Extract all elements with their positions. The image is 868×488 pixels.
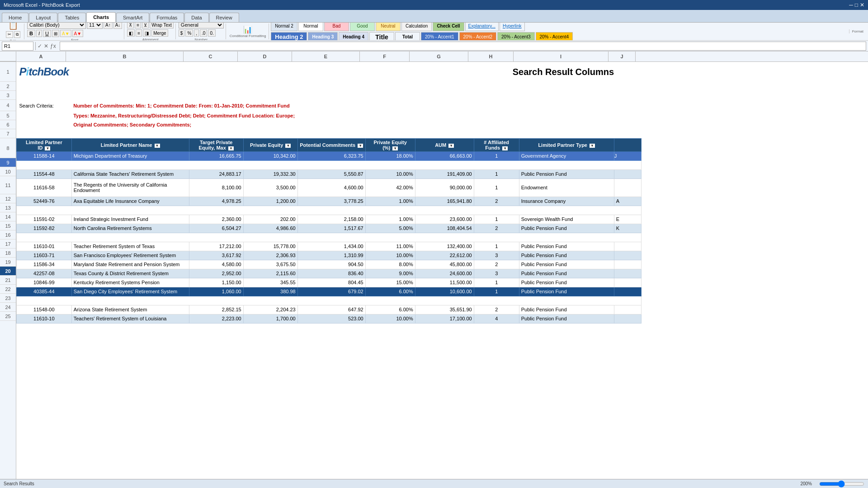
bold-btn[interactable]: B (27, 30, 35, 37)
tab-review[interactable]: Review (209, 13, 239, 22)
td-type-15[interactable]: Public Pension Fund (519, 242, 614, 251)
row-header-19[interactable]: 19 (0, 258, 16, 267)
th-extra[interactable] (614, 138, 641, 151)
td-aff-20[interactable]: 1 (474, 287, 519, 296)
td-name-11[interactable]: The Regents of the University of Califor… (71, 178, 189, 197)
td-pe-24[interactable]: 2,204.23 (243, 305, 297, 314)
th-affiliated[interactable]: # AffiliatedFunds ▼ (474, 138, 519, 151)
td-pepct-24[interactable]: 6.00% (365, 305, 415, 314)
td-pepct-16[interactable]: 10.00% (365, 251, 415, 260)
col-header-i[interactable]: I (514, 52, 609, 61)
col-header-a[interactable]: A (16, 52, 66, 61)
row-header-2[interactable]: 2 (0, 82, 16, 91)
td-extra-24[interactable] (614, 305, 641, 314)
td-potential-19[interactable]: 804.45 (297, 278, 365, 287)
td-id-9[interactable]: 11588-14 (17, 151, 72, 160)
td-pepct-13b[interactable]: 5.00% (365, 224, 415, 233)
td-extra-11[interactable] (614, 178, 641, 197)
td-extra-20[interactable] (614, 287, 641, 296)
td-type-19[interactable]: Public Pension Fund (519, 278, 614, 287)
row-header-20[interactable]: 20 (0, 267, 16, 276)
col-header-f[interactable]: F (360, 52, 410, 61)
td-pe-17[interactable]: 3,675.50 (243, 260, 297, 269)
td-id-18[interactable]: 42257-08 (17, 269, 72, 278)
formula-cancel-icon[interactable]: ✕ (44, 43, 48, 49)
td-name-19[interactable]: Kentucky Retirement Systems Pension (71, 278, 189, 287)
td-target-12[interactable]: 4,978.25 (189, 197, 243, 206)
td-aum-12[interactable]: 165,941.80 (415, 197, 474, 206)
style-good[interactable]: Good (350, 23, 375, 31)
currency-btn[interactable]: $ (179, 29, 185, 37)
align-left-btn[interactable]: ◧ (127, 29, 135, 37)
td-potential-9[interactable]: 6,323.75 (297, 151, 365, 160)
decimal-inc-btn[interactable]: .0 (200, 29, 207, 37)
minimize-btn[interactable]: ─ (849, 2, 853, 8)
style-total[interactable]: Total (395, 32, 420, 41)
td-potential-18[interactable]: 836.40 (297, 269, 365, 278)
td-target-9[interactable]: 16,665.75 (189, 151, 243, 160)
td-pepct-19[interactable]: 15.00% (365, 278, 415, 287)
border-btn[interactable]: ⊞ (52, 30, 59, 37)
td-name-12[interactable]: Axa Equitable Life Insurance Company (71, 197, 189, 206)
th-type[interactable]: Limited Partner Type ▼ (519, 138, 614, 151)
row-header-15[interactable]: 15 (0, 221, 16, 230)
td-aff-16[interactable]: 3 (474, 251, 519, 260)
empty-d1[interactable] (243, 62, 297, 82)
td-aum-16[interactable]: 22,612.00 (415, 251, 474, 260)
col-header-h[interactable]: H (468, 52, 514, 61)
td-type-25[interactable]: Public Pension Fund (519, 314, 614, 323)
td-type-24[interactable]: Public Pension Fund (519, 305, 614, 314)
td-aff-12[interactable]: 2 (474, 197, 519, 206)
tab-data[interactable]: Data (184, 13, 208, 22)
td-pepct-25[interactable]: 10.00% (365, 314, 415, 323)
td-pepct-20[interactable]: 6.00% (365, 287, 415, 296)
align-right-btn[interactable]: ◨ (143, 29, 151, 37)
td-pe-18[interactable]: 2,115.60 (243, 269, 297, 278)
td-type-20[interactable]: Public Pension Fund (519, 287, 614, 296)
td-extra-17[interactable] (614, 260, 641, 269)
td-type-17[interactable]: Public Pension Fund (519, 260, 614, 269)
formula-input[interactable] (60, 42, 866, 51)
cut-btn[interactable]: ✂ (6, 31, 13, 38)
td-id-20[interactable]: 40385-44 (17, 287, 72, 296)
style-hyperlink[interactable]: Hyperlink (500, 23, 525, 31)
style-accent1[interactable]: 20% - Accent1 (421, 32, 458, 41)
td-pe-11[interactable]: 3,500.00 (243, 178, 297, 197)
copy-btn[interactable]: ⧉ (14, 31, 20, 38)
tab-home[interactable]: Home (2, 13, 28, 22)
td-aum-9[interactable]: 66,663.00 (415, 151, 474, 160)
td-aum-24[interactable]: 35,651.90 (415, 305, 474, 314)
td-extra-25[interactable] (614, 314, 641, 323)
style-accent2[interactable]: 20% - Accent2 (459, 32, 496, 41)
td-aff-11[interactable]: 1 (474, 178, 519, 197)
tab-smartart[interactable]: SmartArt (116, 13, 149, 22)
blank-row23[interactable] (17, 296, 642, 305)
td-extra-9[interactable]: J (614, 151, 641, 160)
td-extra-18[interactable] (614, 269, 641, 278)
td-id-12[interactable]: 52449-76 (17, 197, 72, 206)
td-name-24[interactable]: Arizona State Retirement System (71, 305, 189, 314)
td-pepct-11[interactable]: 42.00% (365, 178, 415, 197)
row-header-11[interactable]: 11 (0, 176, 16, 194)
td-pepct-12[interactable]: 1.00% (365, 197, 415, 206)
align-center-btn[interactable]: ≡ (136, 29, 142, 37)
td-aff-15[interactable]: 1 (474, 242, 519, 251)
td-aff-19[interactable]: 1 (474, 278, 519, 287)
td-aff-24[interactable]: 2 (474, 305, 519, 314)
row-header-7[interactable]: 7 (0, 129, 16, 138)
align-mid-btn[interactable]: ≡ (135, 23, 141, 28)
tab-tables[interactable]: Tables (58, 13, 86, 22)
td-target-10[interactable]: 24,883.17 (189, 169, 243, 178)
cell-ref-box[interactable] (2, 42, 33, 51)
row-header-17[interactable]: 17 (0, 239, 16, 249)
td-potential-25[interactable]: 523.00 (297, 314, 365, 323)
td-name-18[interactable]: Texas County & District Retirement Syste… (71, 269, 189, 278)
td-aum-13a[interactable]: 23,600.00 (415, 215, 474, 224)
td-pe-13a[interactable]: 202.00 (243, 215, 297, 224)
td-id-16[interactable]: 11603-71 (17, 251, 72, 260)
td-name-25[interactable]: Teachers' Retirement System of Louisiana (71, 314, 189, 323)
td-type-16[interactable]: Public Pension Fund (519, 251, 614, 260)
align-bot-btn[interactable]: ⊻ (142, 23, 149, 28)
td-pe-9[interactable]: 10,342.00 (243, 151, 297, 160)
td-id-17[interactable]: 11586-34 (17, 260, 72, 269)
